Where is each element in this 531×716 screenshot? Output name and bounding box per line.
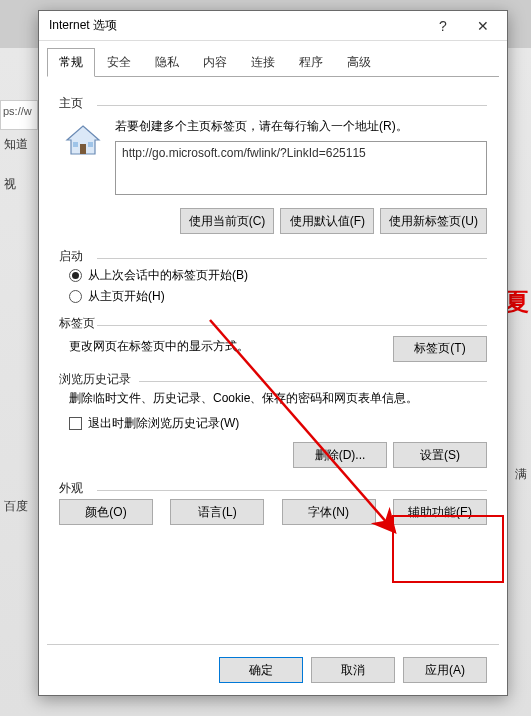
- fonts-button[interactable]: 字体(N): [282, 499, 376, 525]
- radio-label: 从主页开始(H): [88, 288, 165, 305]
- svg-rect-2: [73, 142, 78, 147]
- use-current-button[interactable]: 使用当前页(C): [180, 208, 275, 234]
- delete-button[interactable]: 删除(D)...: [293, 442, 387, 468]
- radio-icon: [69, 269, 82, 282]
- help-button[interactable]: ?: [423, 12, 463, 40]
- checkbox-label: 退出时删除浏览历史记录(W): [88, 415, 239, 432]
- bg-url-fragment: ps://w: [0, 100, 38, 130]
- startup-homepage-radio[interactable]: 从主页开始(H): [69, 288, 487, 305]
- tab-general[interactable]: 常规: [47, 48, 95, 77]
- tab-advanced[interactable]: 高级: [335, 48, 383, 77]
- use-newtab-button[interactable]: 使用新标签页(U): [380, 208, 487, 234]
- tab-security[interactable]: 安全: [95, 48, 143, 77]
- tabs-description: 更改网页在标签页中的显示方式。: [69, 338, 249, 355]
- apply-button[interactable]: 应用(A): [403, 657, 487, 683]
- bg-text: 满: [515, 466, 527, 483]
- tab-connections[interactable]: 连接: [239, 48, 287, 77]
- settings-button[interactable]: 设置(S): [393, 442, 487, 468]
- history-description: 删除临时文件、历史记录、Cookie、保存的密码和网页表单信息。: [69, 390, 487, 407]
- bg-red-text: 夏: [505, 286, 529, 318]
- tab-content[interactable]: 内容: [191, 48, 239, 77]
- group-history: 浏览历史记录: [59, 371, 487, 388]
- tabs-button[interactable]: 标签页(T): [393, 336, 487, 362]
- ok-button[interactable]: 确定: [219, 657, 303, 683]
- internet-options-dialog: Internet 选项 ? ✕ 常规 安全 隐私 内容 连接 程序 高级 主页: [38, 10, 508, 696]
- dialog-footer: 确定 取消 应用(A): [47, 644, 499, 695]
- delete-on-exit-checkbox[interactable]: 退出时删除浏览历史记录(W): [69, 415, 487, 432]
- bg-text: 视: [4, 176, 16, 193]
- bg-text: 百度: [4, 498, 28, 515]
- close-button[interactable]: ✕: [463, 12, 503, 40]
- colors-button[interactable]: 颜色(O): [59, 499, 153, 525]
- group-homepage: 主页: [59, 95, 487, 112]
- svg-rect-1: [80, 144, 86, 154]
- tab-content-area: 主页 若要创建多个主页标签页，请在每行输入一个地址(R)。 使用当前页(C) 使…: [47, 76, 499, 644]
- accessibility-button[interactable]: 辅助功能(E): [393, 499, 487, 525]
- tab-privacy[interactable]: 隐私: [143, 48, 191, 77]
- svg-rect-3: [88, 142, 93, 147]
- tabstrip: 常规 安全 隐私 内容 连接 程序 高级: [39, 41, 507, 76]
- group-tabs: 标签页: [59, 315, 487, 332]
- tab-programs[interactable]: 程序: [287, 48, 335, 77]
- radio-label: 从上次会话中的标签页开始(B): [88, 267, 248, 284]
- homepage-url-input[interactable]: [115, 141, 487, 195]
- dialog-title: Internet 选项: [49, 17, 423, 34]
- bg-text: 知道: [4, 136, 28, 153]
- startup-last-session-radio[interactable]: 从上次会话中的标签页开始(B): [69, 267, 487, 284]
- cancel-button[interactable]: 取消: [311, 657, 395, 683]
- homepage-description: 若要创建多个主页标签页，请在每行输入一个地址(R)。: [115, 118, 487, 135]
- use-default-button[interactable]: 使用默认值(F): [280, 208, 374, 234]
- titlebar: Internet 选项 ? ✕: [39, 11, 507, 41]
- checkbox-icon: [69, 417, 82, 430]
- languages-button[interactable]: 语言(L): [170, 499, 264, 525]
- home-icon: [61, 118, 105, 162]
- radio-icon: [69, 290, 82, 303]
- group-startup: 启动: [59, 248, 487, 265]
- group-appearance: 外观: [59, 480, 487, 497]
